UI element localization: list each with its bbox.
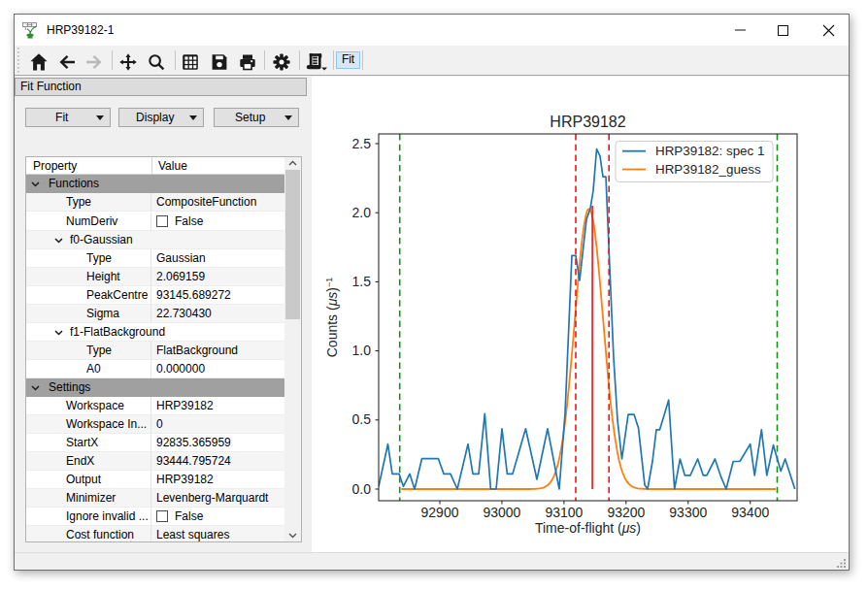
svg-text:HRP39182_guess: HRP39182_guess [655, 162, 761, 177]
svg-text:HRP39182: HRP39182 [550, 114, 625, 130]
svg-text:93400: 93400 [731, 505, 769, 520]
svg-text:0.0: 0.0 [352, 481, 372, 497]
svg-text:93200: 93200 [607, 505, 645, 520]
svg-text:93300: 93300 [669, 505, 707, 520]
svg-text:Time-of-flight (μs): Time-of-flight (μs) [535, 520, 641, 536]
svg-text:2.0: 2.0 [352, 205, 372, 220]
svg-text:1.5: 1.5 [352, 274, 372, 289]
svg-text:93000: 93000 [483, 505, 520, 520]
svg-text:HRP39182: spec 1: HRP39182: spec 1 [655, 144, 764, 158]
svg-text:93100: 93100 [545, 505, 583, 520]
svg-text:92900: 92900 [421, 505, 459, 520]
svg-text:0.5: 0.5 [352, 411, 372, 427]
svg-text:1.0: 1.0 [352, 343, 372, 358]
svg-text:Counts (μs)−1: Counts (μs)−1 [324, 278, 340, 358]
svg-text:2.5: 2.5 [352, 136, 372, 151]
